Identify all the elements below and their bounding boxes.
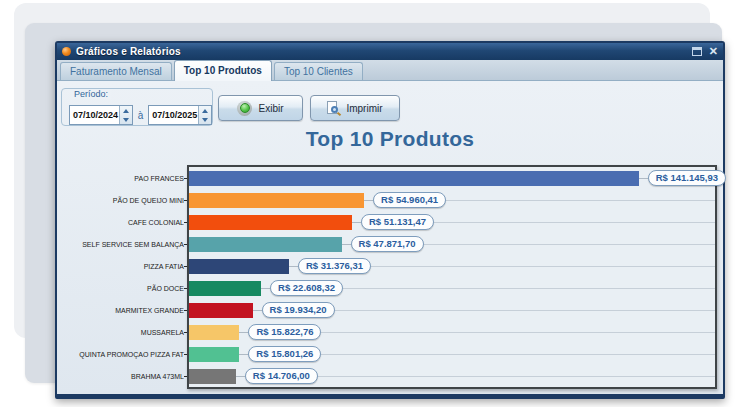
maximize-icon[interactable]	[692, 47, 702, 56]
value-connector	[239, 354, 248, 355]
app-window: Gráficos e Relatórios ✕ Faturamento Mens…	[55, 41, 725, 399]
axis-tick	[184, 310, 187, 311]
bar-value-label: R$ 14.706,00	[245, 368, 318, 384]
axis-tick	[184, 354, 187, 355]
tab-faturamento-mensal[interactable]: Faturamento Mensal	[60, 62, 172, 80]
chart-row: QUINTA PROMOÇAO PIZZA FAT R$ 15.801,26	[57, 343, 719, 365]
chart-row: PIZZA FATIA R$ 31.376,31	[57, 255, 719, 277]
chart-row: PAO FRANCES R$ 141.145,93	[57, 167, 719, 189]
chart-row: SELF SERVICE SEM BALANÇA R$ 47.871,70	[57, 233, 719, 255]
bar-category-label: MUSSARELA	[57, 329, 184, 336]
spinner-down-icon[interactable]	[199, 115, 211, 124]
chart-row: MARMITEX GRANDE R$ 19.934,20	[57, 299, 719, 321]
axis-tick	[184, 288, 187, 289]
bar-category-label: MARMITEX GRANDE	[57, 307, 184, 314]
axis-tick	[184, 200, 187, 201]
date-from-value[interactable]: 07/10/2024	[70, 106, 119, 124]
bar-value-label: R$ 15.801,26	[248, 346, 321, 362]
value-connector	[289, 266, 298, 267]
imprimir-button[interactable]: Imprimir	[310, 95, 400, 121]
bar-category-label: PÃO DOCE	[57, 285, 184, 292]
bar-track: R$ 31.376,31	[189, 255, 715, 277]
spinner-up-icon[interactable]	[120, 106, 132, 115]
bar[interactable]	[189, 259, 289, 274]
bar-track: R$ 15.822,76	[189, 321, 715, 343]
bar-category-label: PAO FRANCES	[57, 175, 184, 182]
bar[interactable]	[189, 325, 239, 340]
date-separator: à	[138, 110, 144, 121]
bar[interactable]	[189, 193, 364, 208]
date-range-row: 07/10/2024 à 07/10/2025	[69, 105, 212, 125]
exibir-button[interactable]: Exibir	[218, 95, 303, 121]
bar-category-label: PÃO DE QUEIJO MINI	[57, 197, 184, 204]
date-to-value[interactable]: 07/10/2025	[149, 106, 198, 124]
chart-rows: PAO FRANCES R$ 141.145,93 PÃO DE QUEIJO …	[57, 167, 719, 387]
axis-tick	[184, 244, 187, 245]
chart-row: PÃO DOCE R$ 22.608,32	[57, 277, 719, 299]
exibir-button-label: Exibir	[258, 103, 283, 114]
go-orb-icon	[237, 101, 252, 116]
bar-category-label: SELF SERVICE SEM BALANÇA	[57, 241, 184, 248]
periodo-label: Período:	[71, 89, 111, 99]
value-connector	[364, 200, 373, 201]
bar-track: R$ 47.871,70	[189, 233, 715, 255]
tab-top-10-produtos[interactable]: Top 10 Produtos	[174, 60, 272, 81]
periodo-groupbox: Período: 07/10/2024 à 07/10/2025	[61, 88, 213, 126]
tab-top-10-clientes[interactable]: Top 10 Clientes	[274, 62, 363, 80]
spinner-down-icon[interactable]	[120, 115, 132, 124]
value-connector	[236, 376, 245, 377]
bar-value-label: R$ 31.376,31	[298, 258, 371, 274]
bar-category-label: PIZZA FATIA	[57, 263, 184, 270]
axis-tick	[184, 266, 187, 267]
date-to-input[interactable]: 07/10/2025	[148, 105, 212, 125]
axis-tick	[184, 376, 187, 377]
bar[interactable]	[189, 347, 239, 362]
spinner-up-icon[interactable]	[199, 106, 211, 115]
tab-bar: Faturamento Mensal Top 10 Produtos Top 1…	[57, 60, 723, 81]
bar-track: R$ 14.706,00	[189, 365, 715, 387]
app-icon	[62, 47, 71, 56]
title-bar[interactable]: Gráficos e Relatórios ✕	[57, 43, 723, 60]
chart-row: BRAHMA 473ML R$ 14.706,00	[57, 365, 719, 387]
value-connector	[261, 288, 270, 289]
bar[interactable]	[189, 215, 352, 230]
chart-row: MUSSARELA R$ 15.822,76	[57, 321, 719, 343]
bar-category-label: BRAHMA 473ML	[57, 373, 184, 380]
bar[interactable]	[189, 369, 236, 384]
bar[interactable]	[189, 171, 639, 186]
window-title: Gráficos e Relatórios	[76, 46, 692, 57]
bar[interactable]	[189, 281, 261, 296]
bar-chart: PAO FRANCES R$ 141.145,93 PÃO DE QUEIJO …	[57, 165, 723, 395]
axis-tick	[184, 332, 187, 333]
close-icon[interactable]: ✕	[709, 47, 718, 56]
chart-title: Top 10 Produtos	[57, 127, 723, 151]
value-connector	[352, 222, 361, 223]
bar-value-label: R$ 19.934,20	[262, 302, 335, 318]
chart-row: CAFE COLONIAL R$ 51.131,47	[57, 211, 719, 233]
bar-value-label: R$ 47.871,70	[351, 236, 424, 252]
bar-track: R$ 22.608,32	[189, 277, 715, 299]
bar-value-label: R$ 54.960,41	[373, 192, 446, 208]
date-from-spinner[interactable]	[119, 106, 132, 124]
window-controls: ✕	[692, 47, 718, 56]
imprimir-button-label: Imprimir	[346, 103, 382, 114]
bar-category-label: QUINTA PROMOÇAO PIZZA FAT	[57, 351, 184, 358]
bar[interactable]	[189, 303, 253, 318]
bar-value-label: R$ 22.608,32	[270, 280, 343, 296]
bar-track: R$ 19.934,20	[189, 299, 715, 321]
value-connector	[342, 244, 351, 245]
chart-row: PÃO DE QUEIJO MINI R$ 54.960,41	[57, 189, 719, 211]
axis-tick	[184, 178, 187, 179]
bar-value-label: R$ 141.145,93	[648, 170, 726, 186]
bar-track: R$ 141.145,93	[189, 167, 715, 189]
date-to-spinner[interactable]	[198, 106, 211, 124]
value-connector	[639, 178, 648, 179]
bar[interactable]	[189, 237, 342, 252]
value-connector	[253, 310, 262, 311]
tab-content: Período: 07/10/2024 à 07/10/2025	[57, 81, 723, 394]
bar-category-label: CAFE COLONIAL	[57, 219, 184, 226]
bar-track: R$ 54.960,41	[189, 189, 715, 211]
bar-track: R$ 51.131,47	[189, 211, 715, 233]
bar-track: R$ 15.801,26	[189, 343, 715, 365]
date-from-input[interactable]: 07/10/2024	[69, 105, 133, 125]
